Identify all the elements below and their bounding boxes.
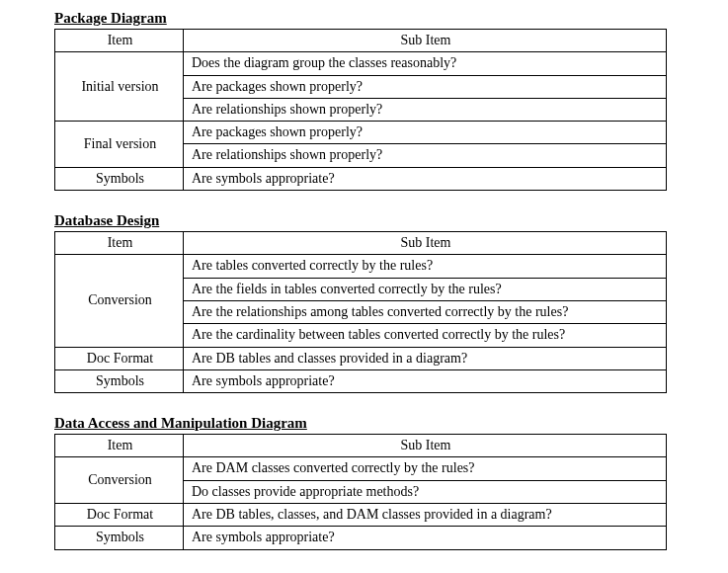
header-item: Item bbox=[55, 232, 184, 255]
sub-item-cell: Are symbols appropriate? bbox=[184, 167, 667, 190]
sub-item-cell: Are tables converted correctly by the ru… bbox=[184, 255, 667, 278]
table-row: Doc FormatAre DB tables, classes, and DA… bbox=[55, 504, 667, 527]
table-row: Doc FormatAre DB tables and classes prov… bbox=[55, 347, 667, 369]
table-row: SymbolsAre symbols appropriate? bbox=[55, 369, 667, 392]
sub-item-cell: Are the fields in tables converted corre… bbox=[184, 278, 667, 300]
sub-item-cell: Are packages shown properly? bbox=[184, 122, 667, 144]
item-cell: Doc Format bbox=[55, 347, 184, 369]
item-cell: Symbols bbox=[55, 369, 184, 392]
checklist-table: ItemSub ItemInitial versionDoes the diag… bbox=[54, 29, 667, 191]
table-row: SymbolsAre symbols appropriate? bbox=[55, 527, 667, 549]
sub-item-cell: Are symbols appropriate? bbox=[184, 369, 667, 392]
table-row: ConversionAre tables converted correctly… bbox=[55, 255, 667, 278]
table-row: SymbolsAre symbols appropriate? bbox=[55, 167, 667, 190]
section: Database DesignItemSub ItemConversionAre… bbox=[54, 212, 688, 393]
header-sub-item: Sub Item bbox=[184, 30, 667, 52]
header-sub-item: Sub Item bbox=[184, 435, 667, 457]
sub-item-cell: Are relationships shown properly? bbox=[184, 144, 667, 167]
sub-item-cell: Do classes provide appropriate methods? bbox=[184, 480, 667, 503]
section-title: Package Diagram bbox=[54, 10, 688, 27]
item-cell: Conversion bbox=[55, 457, 184, 504]
sub-item-cell: Are DAM classes converted correctly by t… bbox=[184, 457, 667, 480]
section-title: Database Design bbox=[54, 212, 688, 229]
header-item: Item bbox=[55, 30, 184, 52]
sub-item-cell: Are packages shown properly? bbox=[184, 75, 667, 98]
table-header-row: ItemSub Item bbox=[55, 232, 667, 255]
sub-item-cell: Are DB tables and classes provided in a … bbox=[184, 347, 667, 369]
item-cell: Doc Format bbox=[55, 504, 184, 527]
document-root: Package DiagramItemSub ItemInitial versi… bbox=[54, 10, 688, 550]
table-row: Final versionAre packages shown properly… bbox=[55, 122, 667, 144]
sub-item-cell: Are DB tables, classes, and DAM classes … bbox=[184, 504, 667, 527]
table-row: Initial versionDoes the diagram group th… bbox=[55, 52, 667, 75]
header-item: Item bbox=[55, 435, 184, 457]
section: Package DiagramItemSub ItemInitial versi… bbox=[54, 10, 688, 191]
header-sub-item: Sub Item bbox=[184, 232, 667, 255]
sub-item-cell: Are the cardinality between tables conve… bbox=[184, 324, 667, 347]
item-cell: Conversion bbox=[55, 255, 184, 347]
table-header-row: ItemSub Item bbox=[55, 435, 667, 457]
item-cell: Symbols bbox=[55, 527, 184, 549]
table-header-row: ItemSub Item bbox=[55, 30, 667, 52]
item-cell: Symbols bbox=[55, 167, 184, 190]
sub-item-cell: Are the relationships among tables conve… bbox=[184, 300, 667, 323]
checklist-table: ItemSub ItemConversionAre DAM classes co… bbox=[54, 434, 667, 549]
checklist-table: ItemSub ItemConversionAre tables convert… bbox=[54, 231, 667, 393]
sub-item-cell: Are relationships shown properly? bbox=[184, 98, 667, 121]
sub-item-cell: Does the diagram group the classes reaso… bbox=[184, 52, 667, 75]
section: Data Access and Manipulation DiagramItem… bbox=[54, 415, 688, 549]
item-cell: Final version bbox=[55, 122, 184, 168]
sub-item-cell: Are symbols appropriate? bbox=[184, 527, 667, 549]
section-title: Data Access and Manipulation Diagram bbox=[54, 415, 688, 432]
item-cell: Initial version bbox=[55, 52, 184, 122]
table-row: ConversionAre DAM classes converted corr… bbox=[55, 457, 667, 480]
